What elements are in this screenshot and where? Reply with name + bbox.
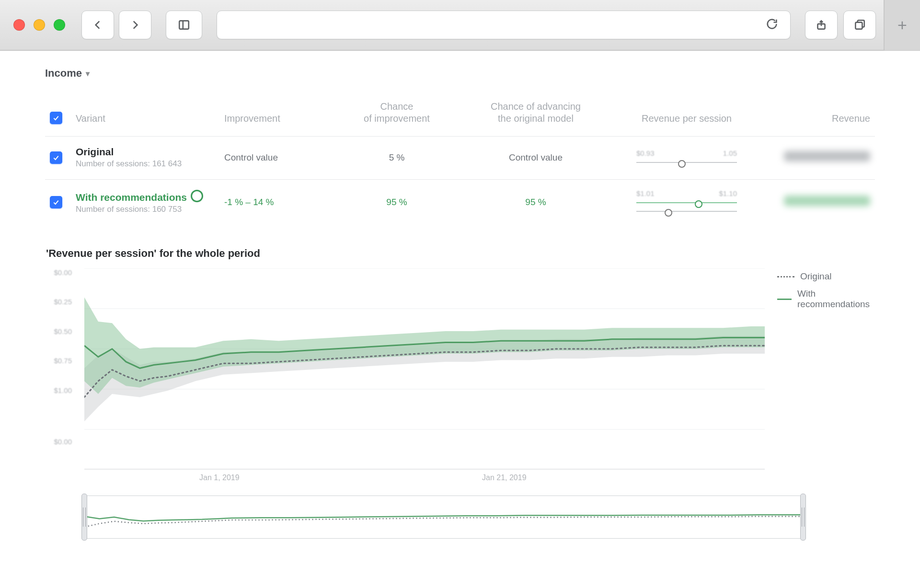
sessions-label: Number of sessions: 160 753 <box>76 205 215 214</box>
brush-handle-left[interactable] <box>81 494 87 541</box>
rps-mini-chart: $0.931.05 <box>608 137 766 180</box>
chance-advance: 95 % <box>464 180 608 226</box>
solid-line-icon <box>777 299 792 300</box>
share-button[interactable] <box>805 11 838 39</box>
reload-icon[interactable] <box>765 17 779 33</box>
tabs-button[interactable] <box>843 11 876 39</box>
chart-legend: Original With recommendations <box>777 271 875 310</box>
col-chance-improvement: Chance of improvement <box>330 94 464 137</box>
sessions-label: Number of sessions: 161 643 <box>76 159 215 169</box>
forward-button[interactable] <box>119 11 151 39</box>
improvement-value: Control value <box>219 137 330 180</box>
svg-rect-0 <box>179 21 189 29</box>
metric-dropdown[interactable]: Income ▾ <box>45 67 875 80</box>
metric-label: Income <box>45 67 82 80</box>
window-controls <box>13 19 65 31</box>
chart-title: 'Revenue per session' for the whole peri… <box>46 247 875 260</box>
new-tab-button[interactable]: + <box>884 0 920 50</box>
col-improvement: Improvement <box>219 94 330 137</box>
browser-toolbar: + <box>0 0 920 51</box>
address-bar[interactable] <box>217 11 791 39</box>
row-checkbox[interactable] <box>50 196 62 208</box>
brush-handle-right[interactable] <box>800 494 806 541</box>
variant-name[interactable]: With recommendations <box>76 190 215 203</box>
x-axis: Jan 1, 2019 Jan 21, 2019 <box>84 473 765 482</box>
maximize-icon[interactable] <box>54 19 65 31</box>
table-row: With recommendationsNumber of sessions: … <box>45 180 875 226</box>
col-chance-advance: Chance of advancing the original model <box>464 94 608 137</box>
close-icon[interactable] <box>13 19 25 31</box>
col-revenue: Revenue <box>766 94 875 137</box>
range-brush[interactable] <box>84 496 803 539</box>
variant-name[interactable]: Original <box>76 146 215 158</box>
rps-mini-chart: $1.01$1.10 <box>608 180 766 226</box>
minimize-icon[interactable] <box>34 19 45 31</box>
legend-original[interactable]: Original <box>777 271 875 282</box>
col-variant: Variant <box>71 94 219 137</box>
chance-improvement: 95 % <box>330 180 464 226</box>
legend-with-recommendations[interactable]: With recommendations <box>777 288 875 310</box>
sidebar-toggle-button[interactable] <box>166 11 202 39</box>
col-rps: Revenue per session <box>608 94 766 137</box>
revenue-value <box>766 137 875 180</box>
winner-badge-icon <box>191 190 203 202</box>
chevron-down-icon: ▾ <box>86 69 90 78</box>
dotted-line-icon <box>777 276 794 277</box>
chance-improvement: 5 % <box>330 137 464 180</box>
select-all-checkbox[interactable] <box>50 112 62 124</box>
variants-table: Variant Improvement Chance of improvemen… <box>45 94 875 225</box>
chart-plot <box>84 268 765 470</box>
improvement-value: -1 % – 14 % <box>219 180 330 226</box>
ab-test-report: Income ▾ Variant Improvement Chance of i… <box>0 51 920 572</box>
chance-advance: Control value <box>464 137 608 180</box>
svg-rect-4 <box>855 23 862 29</box>
back-button[interactable] <box>81 11 114 39</box>
revenue-value <box>766 180 875 226</box>
row-checkbox[interactable] <box>50 151 62 164</box>
table-row: OriginalNumber of sessions: 161 643Contr… <box>45 137 875 180</box>
y-axis: $0.00 $0.25 $0.50 $0.75 $1.00 $0.00 <box>45 268 72 446</box>
